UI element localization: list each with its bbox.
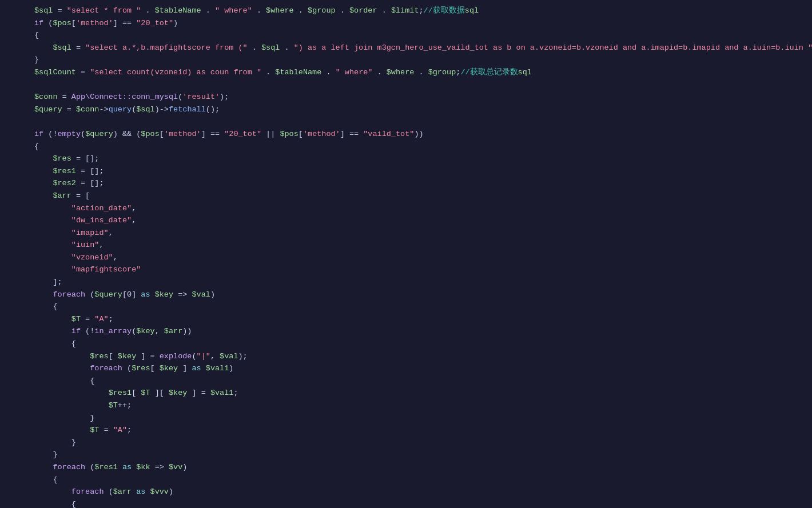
code-line: } — [34, 412, 801, 425]
code-line: { — [34, 141, 801, 153]
code-line — [34, 79, 801, 91]
code-line: ]; — [34, 276, 801, 289]
code-line: if (!in_array($key, $arr)) — [34, 325, 801, 338]
code-line: $res1[ $T ][ $key ] = $val1; — [34, 387, 801, 399]
code-line: foreach ($arr as $vvv) — [34, 486, 801, 498]
code-line: "mapfightscore" — [34, 263, 801, 276]
code-line: } — [34, 449, 801, 461]
code-line: $res2 = []; — [34, 177, 801, 190]
code-line: { — [34, 498, 801, 508]
code-line: "imapid", — [34, 227, 801, 239]
code-line: $T = "A"; — [34, 313, 801, 326]
code-line: $T = "A"; — [34, 424, 801, 437]
code-line: $query = $conn->query($sql)->fetchall(); — [34, 103, 801, 116]
code-line: $sql = "select * from " . $tableName . "… — [34, 5, 801, 17]
code-line: $res = []; — [34, 153, 801, 165]
code-line: $T++; — [34, 399, 801, 412]
code-line: "action_date", — [34, 202, 801, 215]
code-editor: $sql = "select * from " . $tableName . "… — [0, 0, 812, 508]
code-line — [34, 115, 801, 128]
code-line: foreach ($res[ $key ] as $val1) — [34, 362, 801, 375]
code-line: } — [34, 437, 801, 449]
code-line: $sql = "select a.*,b.mapfightscore from … — [34, 42, 801, 54]
code-line: { — [34, 338, 801, 350]
code-line: foreach ($query[0] as $key => $val) — [34, 289, 801, 301]
code-line: "dw_ins_date", — [34, 214, 801, 227]
code-line: { — [34, 375, 801, 387]
code-line: "vzoneid", — [34, 251, 801, 264]
code-line: if ($pos['method'] == "20_tot") — [34, 17, 801, 30]
code-line: "iuin", — [34, 239, 801, 251]
code-line: if (!empty($query) && ($pos['method'] ==… — [34, 128, 801, 141]
code-line: } — [34, 54, 801, 66]
code-line: { — [34, 474, 801, 486]
code-line: $arr = [ — [34, 190, 801, 202]
code-line: $conn = App\Connect::conn_mysql('result'… — [34, 91, 801, 103]
code-line: $sqlCount = "select count(vzoneid) as co… — [34, 66, 801, 79]
code-line: { — [34, 29, 801, 42]
code-line: foreach ($res1 as $kk => $vv) — [34, 461, 801, 474]
code-line: $res1 = []; — [34, 165, 801, 178]
code-line: { — [34, 301, 801, 313]
code-line: $res[ $key ] = explode("|", $val); — [34, 350, 801, 363]
